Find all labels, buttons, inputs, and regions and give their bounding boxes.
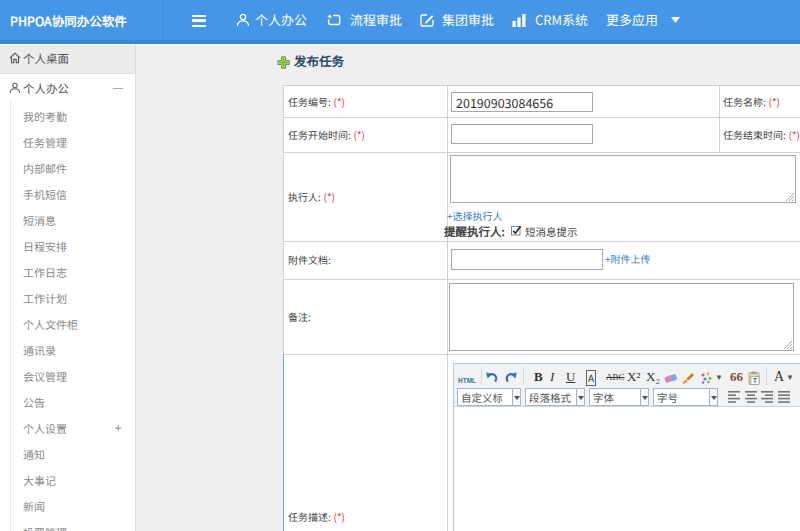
svg-text:T: T <box>753 377 758 384</box>
